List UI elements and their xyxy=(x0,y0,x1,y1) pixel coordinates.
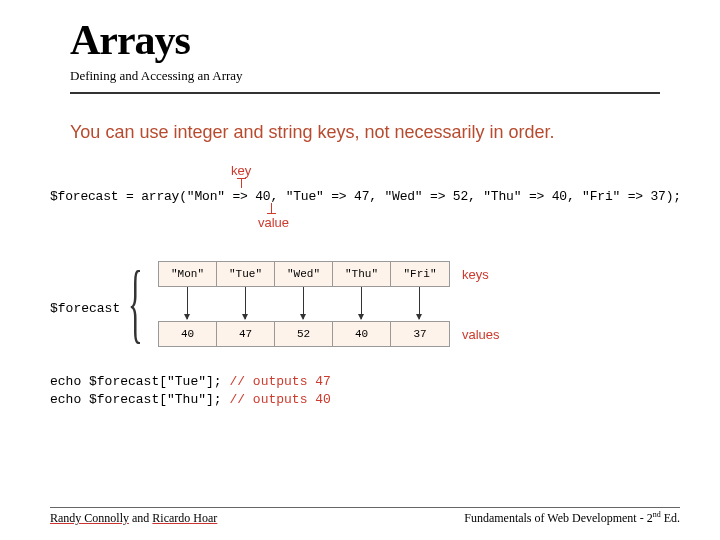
variable-label: $forecast xyxy=(50,301,120,316)
header-rule xyxy=(70,92,660,94)
key-cell: "Mon" xyxy=(159,262,217,286)
echo-comment: // outputs 47 xyxy=(229,374,330,389)
value-cell: 37 xyxy=(391,322,449,346)
value-annotation: value xyxy=(258,215,289,230)
key-cell: "Wed" xyxy=(275,262,333,286)
brace-icon: { xyxy=(128,259,143,347)
value-cell: 52 xyxy=(275,322,333,346)
arrow-icon xyxy=(245,287,246,319)
values-row: 40 47 52 40 37 xyxy=(158,321,450,347)
arrow-icon xyxy=(187,287,188,319)
book-edition-sup: nd xyxy=(653,510,661,519)
key-annotation: key xyxy=(231,163,251,178)
value-cell: 40 xyxy=(333,322,391,346)
footer-rule xyxy=(50,507,680,508)
key-tick-icon xyxy=(241,178,242,188)
author-name: Ricardo Hoar xyxy=(152,511,217,525)
echo-code-block: echo $forecast["Tue"]; // outputs 47 ech… xyxy=(50,373,331,409)
page-title: Arrays xyxy=(70,16,720,64)
key-cell: "Tue" xyxy=(217,262,275,286)
arrow-icon xyxy=(361,287,362,319)
value-cell: 47 xyxy=(217,322,275,346)
book-title-b: Ed. xyxy=(661,511,680,525)
keys-row: "Mon" "Tue" "Wed" "Thu" "Fri" xyxy=(158,261,450,287)
key-cell: "Fri" xyxy=(391,262,449,286)
lead-text: You can use integer and string keys, not… xyxy=(70,122,720,143)
echo-code: echo $forecast["Thu"]; xyxy=(50,392,229,407)
value-tick-icon xyxy=(271,203,272,213)
value-cell: 40 xyxy=(159,322,217,346)
footer: Randy Connolly and Ricardo Hoar Fundamen… xyxy=(0,510,720,526)
header: Arrays Defining and Accessing an Array xyxy=(0,16,720,84)
key-cell: "Thu" xyxy=(333,262,391,286)
values-annotation: values xyxy=(462,327,500,342)
echo-line: echo $forecast["Tue"]; // outputs 47 xyxy=(50,373,331,391)
arrow-icon xyxy=(303,287,304,319)
author-separator: and xyxy=(129,511,152,525)
author-name: Randy Connolly xyxy=(50,511,129,525)
book-title-a: Fundamentals of Web Development - 2 xyxy=(464,511,652,525)
slide: Arrays Defining and Accessing an Array Y… xyxy=(0,0,720,540)
array-visualization: $forecast { "Mon" "Tue" "Wed" "Thu" "Fri… xyxy=(50,259,650,359)
code-assignment: $forecast = array("Mon" => 40, "Tue" => … xyxy=(50,189,681,204)
footer-book: Fundamentals of Web Development - 2nd Ed… xyxy=(464,510,680,526)
value-tick-icon xyxy=(267,213,276,214)
arrow-icon xyxy=(419,287,420,319)
echo-line: echo $forecast["Thu"]; // outputs 40 xyxy=(50,391,331,409)
keys-annotation: keys xyxy=(462,267,489,282)
footer-authors: Randy Connolly and Ricardo Hoar xyxy=(50,511,217,526)
page-subtitle: Defining and Accessing an Array xyxy=(70,68,720,84)
echo-comment: // outputs 40 xyxy=(229,392,330,407)
echo-code: echo $forecast["Tue"]; xyxy=(50,374,229,389)
